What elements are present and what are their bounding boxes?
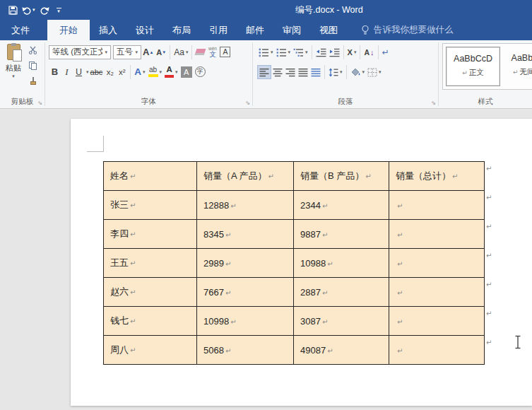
- ribbon-tab-bar: 文件 开始 插入 设计 布局 引用 邮件 审阅 视图 告诉我你想要做什么: [0, 20, 532, 40]
- underline-button[interactable]: U: [73, 64, 85, 79]
- format-painter-button[interactable]: [27, 76, 39, 86]
- align-left-button[interactable]: [257, 65, 271, 79]
- borders-button[interactable]: ▾: [366, 65, 383, 79]
- tab-review[interactable]: 审阅: [273, 20, 310, 40]
- table-cell[interactable]: 王五↵: [104, 249, 197, 278]
- shading-button[interactable]: ▾: [349, 65, 367, 79]
- paragraph-group-label: 段落: [253, 97, 438, 107]
- table-cell[interactable]: ↵: [389, 278, 485, 307]
- table-cell[interactable]: 钱七↵: [104, 307, 197, 336]
- table-cell[interactable]: 李四↵: [104, 220, 197, 249]
- table-cell[interactable]: 赵六↵: [104, 278, 197, 307]
- multilevel-list-button[interactable]: ▾: [292, 45, 309, 59]
- table-row: 赵六↵ 7667↵ 2887↵ ↵: [104, 278, 485, 307]
- phonetic-guide-button[interactable]: wén 文: [206, 45, 218, 59]
- align-right-button[interactable]: [284, 65, 297, 79]
- cut-button[interactable]: [27, 45, 39, 55]
- clipboard-dialog-launcher[interactable]: ⇘: [37, 100, 42, 106]
- undo-caret-icon[interactable]: ▾: [32, 7, 35, 13]
- asian-layout-button[interactable]: X ▾: [346, 45, 358, 59]
- align-center-button[interactable]: [271, 65, 284, 79]
- table-row: 周八↵ 5068↵ 49087↵ ↵: [104, 336, 485, 365]
- font-name-combobox[interactable]: 等线 (西文正文 ▾: [49, 45, 111, 59]
- table-cell[interactable]: 49087↵: [294, 336, 389, 365]
- table-cell[interactable]: 10988↵: [294, 249, 389, 278]
- paragraph-group: ▾ ▾ ▾: [253, 40, 438, 108]
- header-cell-sales-a[interactable]: 销量（A 产品）↵: [197, 162, 294, 191]
- tab-view[interactable]: 视图: [310, 20, 347, 40]
- numbering-button[interactable]: ▾: [275, 45, 292, 59]
- justify-button[interactable]: [297, 65, 309, 79]
- decrease-indent-button[interactable]: [314, 45, 328, 59]
- tell-me-box[interactable]: 告诉我你想要做什么: [361, 20, 454, 40]
- tab-home[interactable]: 开始: [47, 20, 90, 40]
- cell-end-mark: ↵: [225, 231, 231, 239]
- margin-corner-mark: [87, 136, 104, 152]
- paragraph-dialog-launcher[interactable]: ⇘: [431, 100, 436, 106]
- table-cell[interactable]: 张三↵: [104, 191, 197, 220]
- italic-button[interactable]: I: [61, 64, 73, 79]
- table-cell[interactable]: 3087↵: [294, 307, 389, 336]
- document-page[interactable]: 姓名↵ 销量（A 产品）↵ 销量（B 产品）↵ 销量（总计）↵ 张三↵ 1288…: [71, 119, 532, 406]
- distribute-button[interactable]: [309, 65, 322, 79]
- table-cell[interactable]: ↵: [389, 307, 485, 336]
- clear-formatting-button[interactable]: [194, 45, 206, 59]
- character-border-button[interactable]: A: [218, 45, 232, 59]
- increase-indent-button[interactable]: [328, 45, 341, 59]
- table-cell[interactable]: 2989↵: [197, 249, 294, 278]
- text-highlight-button[interactable]: ab ▾: [147, 64, 164, 79]
- text-effects-button[interactable]: A▾: [133, 64, 146, 79]
- table-cell[interactable]: 周八↵: [104, 336, 197, 365]
- style-normal[interactable]: AaBbCcD ↵正文: [446, 47, 500, 86]
- bold-button[interactable]: B: [49, 64, 61, 79]
- customize-quick-access-button[interactable]: ▾: [57, 8, 61, 13]
- undo-button[interactable]: ▾: [22, 2, 35, 18]
- document-area: 姓名↵ 销量（A 产品）↵ 销量（B 产品）↵ 销量（总计）↵ 张三↵ 1288…: [0, 109, 532, 410]
- change-case-button[interactable]: Aa▾: [172, 45, 189, 59]
- table-cell[interactable]: 2887↵: [294, 278, 389, 307]
- character-shading-button[interactable]: A: [179, 64, 194, 79]
- enclose-characters-button[interactable]: 字: [194, 64, 207, 79]
- redo-button[interactable]: [38, 2, 51, 18]
- sort-button[interactable]: A ↓: [362, 45, 375, 59]
- style-no-spacing[interactable]: AaBbCc ↵无间隔: [500, 47, 532, 86]
- show-formatting-marks-button[interactable]: ↵: [381, 45, 391, 59]
- header-cell-sales-b[interactable]: 销量（B 产品）↵: [294, 162, 389, 191]
- tab-references[interactable]: 引用: [200, 20, 237, 40]
- table-cell[interactable]: 7667↵: [197, 278, 294, 307]
- paste-button[interactable]: 粘贴 ▾: [2, 44, 25, 79]
- grow-font-button[interactable]: A▲: [141, 45, 155, 59]
- strikethrough-button[interactable]: abc: [89, 64, 105, 79]
- table-cell[interactable]: 12888↵: [197, 191, 294, 220]
- tab-mailings[interactable]: 邮件: [237, 20, 273, 40]
- table-cell[interactable]: ↵: [389, 191, 485, 220]
- tab-insert[interactable]: 插入: [90, 20, 126, 40]
- shrink-font-button[interactable]: A▼: [155, 45, 167, 59]
- table-cell[interactable]: ↵: [389, 249, 485, 278]
- cell-end-mark: ↵: [230, 318, 236, 326]
- tab-file[interactable]: 文件: [0, 20, 41, 40]
- superscript-button[interactable]: x²: [116, 64, 128, 79]
- tab-layout[interactable]: 布局: [163, 20, 200, 40]
- font-dialog-launcher[interactable]: ⇘: [245, 100, 250, 106]
- table-cell[interactable]: 10998↵: [197, 307, 294, 336]
- copy-button[interactable]: [27, 60, 39, 71]
- table-cell[interactable]: 9887↵: [294, 220, 389, 249]
- header-cell-name[interactable]: 姓名↵: [104, 162, 197, 191]
- font-size-combobox[interactable]: 五号 ▾: [113, 45, 141, 59]
- copy-icon: [29, 62, 37, 70]
- header-cell-sales-total[interactable]: 销量（总计）↵: [389, 162, 485, 191]
- table-cell[interactable]: ↵: [389, 220, 485, 249]
- table-cell[interactable]: ↵: [389, 336, 485, 365]
- save-button[interactable]: [6, 2, 19, 18]
- line-spacing-button[interactable]: ▾: [327, 65, 344, 79]
- chevron-down-icon: ▾: [362, 69, 365, 75]
- bullets-button[interactable]: ▾: [257, 45, 275, 59]
- font-color-button[interactable]: A ▾: [163, 64, 179, 79]
- decrease-indent-icon: [316, 48, 326, 57]
- table-cell[interactable]: 2344↵: [294, 191, 389, 220]
- table-cell[interactable]: 8345↵: [197, 220, 294, 249]
- tab-design[interactable]: 设计: [126, 20, 163, 40]
- table-cell[interactable]: 5068↵: [197, 336, 294, 365]
- subscript-button[interactable]: x₂: [104, 64, 116, 79]
